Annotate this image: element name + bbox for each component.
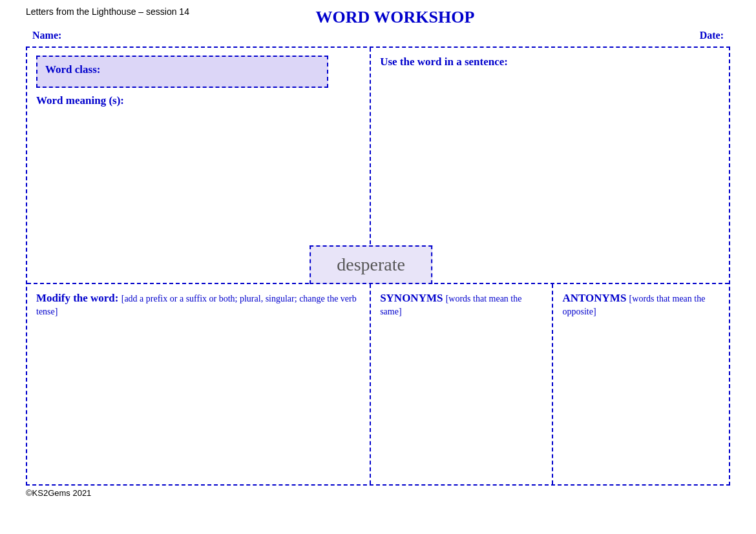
word-card: desperate	[310, 245, 432, 284]
session-label: Letters from the Lighthouse – session 14	[26, 6, 189, 17]
antonyms-bold: ANTONYMS	[562, 292, 626, 304]
antonyms-panel: ANTONYMS [words that mean the opposite]	[553, 284, 729, 484]
word-text: desperate	[337, 254, 405, 274]
modify-panel: Modify the word: [add a prefix or a suff…	[27, 284, 371, 484]
word-meaning-label: Word meaning (s):	[36, 94, 361, 107]
modify-bold: Modify the word:	[36, 292, 118, 304]
bottom-section: Modify the word: [add a prefix or a suff…	[27, 284, 729, 484]
synonyms-label: SYNONYMS [words that mean the same]	[380, 292, 543, 318]
antonyms-label: ANTONYMS [words that mean the opposite]	[562, 292, 720, 318]
word-meaning-section: Word meaning (s):	[36, 94, 361, 107]
date-label: Date:	[700, 30, 724, 41]
synonyms-panel: SYNONYMS [words that mean the same]	[371, 284, 553, 484]
name-date-row: Name: Date:	[26, 30, 730, 41]
footer: ©KS2Gems 2021	[26, 488, 730, 498]
outer-container: Word class: Word meaning (s): Use the wo…	[26, 46, 730, 486]
word-card-container: desperate	[310, 245, 432, 284]
synonyms-bold: SYNONYMS	[380, 292, 443, 304]
copyright-label: ©KS2Gems 2021	[26, 488, 91, 498]
sentence-label: Use the word in a sentence:	[380, 56, 720, 68]
modify-label: Modify the word: [add a prefix or a suff…	[36, 292, 361, 318]
name-label: Name:	[32, 30, 61, 41]
page: Letters from the Lighthouse – session 14…	[0, 0, 756, 534]
header: Letters from the Lighthouse – session 14…	[26, 6, 730, 27]
word-class-label: Word class:	[45, 63, 100, 76]
word-class-box[interactable]: Word class:	[36, 56, 328, 88]
main-title: WORD WORKSHOP	[189, 8, 601, 27]
top-section: Word class: Word meaning (s): Use the wo…	[27, 48, 729, 284]
